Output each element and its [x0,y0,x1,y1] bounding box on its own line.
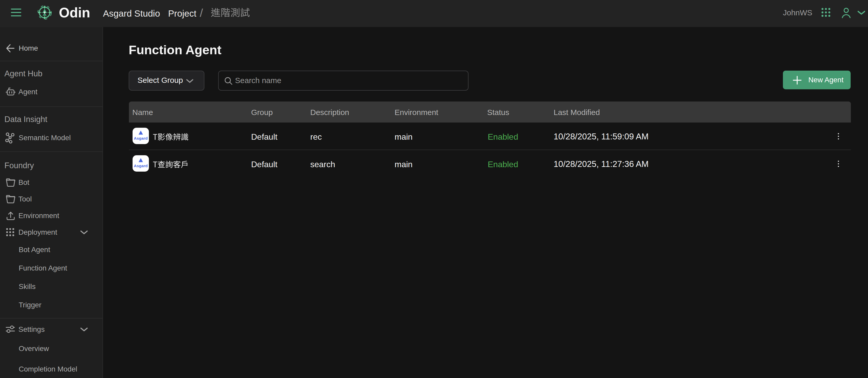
svg-text:Asgard: Asgard [134,136,148,141]
svg-text:Asgard: Asgard [134,164,148,168]
